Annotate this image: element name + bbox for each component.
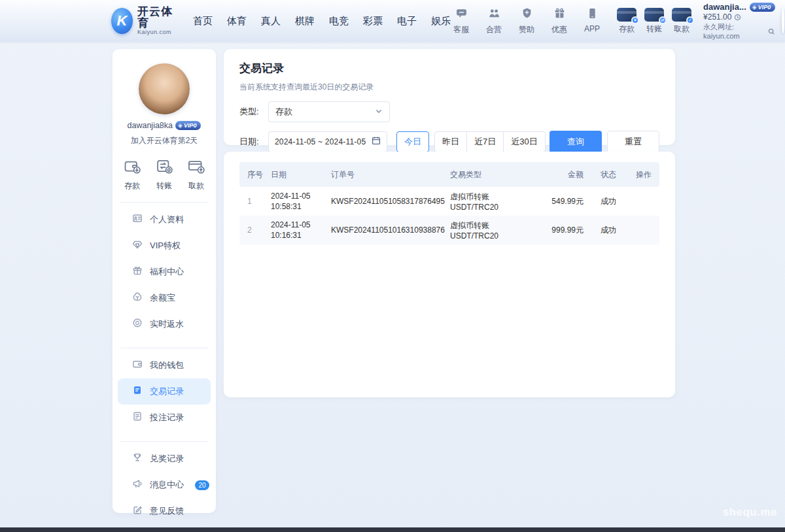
cell-amount: 999.99元	[518, 225, 584, 236]
range-segment-group: 昨日 近7日 近30日	[434, 131, 546, 152]
people-icon	[488, 7, 500, 22]
transfer-card-icon: ⇄	[644, 8, 664, 22]
page: K 开云体育 Kaiyun.com 首页 体育 真人 棋牌 电竞 彩票 电子 娱…	[0, 0, 785, 532]
user-info-block[interactable]: dawanjia... ◈VIP0 ¥251.00 永久网址: kaiyun.c…	[703, 2, 775, 40]
transfer-button[interactable]: ⇄ 转账	[644, 8, 664, 35]
sponsor-label: 赞助	[519, 24, 534, 35]
withdraw-card-icon: ✓	[672, 8, 691, 22]
sidebar-withdraw-button[interactable]: 取款	[187, 157, 205, 191]
menu-item-feedback[interactable]: 意见反馈	[118, 498, 211, 524]
header-type: 交易类型	[450, 169, 518, 180]
logo-subtitle: Kaiyun.com	[137, 29, 176, 35]
sidebar-deposit-label: 存款	[124, 180, 140, 191]
navbar-quick-icons: 客服 合营 赞助 优惠 APP	[451, 7, 602, 35]
user-avatar[interactable]	[782, 8, 784, 33]
menu-item-welfare[interactable]: 福利中心	[118, 259, 211, 285]
menu-item-prize-records[interactable]: 兑奖记录	[118, 446, 211, 472]
cell-type: 虚拟币转账USDT/TRC20	[450, 191, 518, 212]
menu-item-transactions[interactable]: 交易记录	[118, 378, 211, 405]
deposit-button[interactable]: ¥ 存款	[617, 8, 637, 35]
sidebar-transfer-button[interactable]: 转账	[155, 157, 173, 191]
trophy-icon	[132, 452, 143, 465]
transaction-record-icon	[132, 385, 143, 398]
search-button[interactable]: 查询	[550, 131, 602, 153]
range-yesterday-button[interactable]: 昨日	[434, 131, 467, 152]
header-order-no: 订单号	[331, 169, 450, 180]
shield-icon	[521, 7, 533, 22]
menu-item-messages[interactable]: 消息中心 20	[118, 472, 211, 498]
phone-icon	[586, 7, 599, 22]
withdraw-button[interactable]: ✓ 取款	[672, 8, 691, 35]
menu-item-yuebao[interactable]: 余额宝	[118, 285, 211, 311]
menu-item-profile[interactable]: 个人资料	[118, 207, 211, 233]
refresh-balance-icon[interactable]	[734, 12, 741, 22]
menu-label: 交易记录	[150, 386, 184, 397]
transaction-table-panel: 序号 日期 订单号 交易类型 金额 状态 操作 1 2024-11-0510:5…	[224, 152, 675, 397]
range-30days-button[interactable]: 近30日	[503, 131, 545, 152]
money-bag-icon	[132, 291, 143, 305]
range-today-button[interactable]: 今日	[396, 131, 429, 152]
sidebar-username: dawanjia8ka	[128, 121, 173, 130]
promotions-button[interactable]: 优惠	[549, 7, 570, 35]
search-icon[interactable]	[768, 27, 775, 35]
cell-status: 成功	[584, 225, 627, 236]
cell-type: 虚拟币转账USDT/TRC20	[450, 220, 518, 241]
nav-link-entertainment[interactable]: 娱乐	[431, 15, 451, 27]
unread-count-badge: 20	[195, 480, 209, 490]
sidebar-menu-group-2: 我的钱包 交易记录 投注记录	[113, 352, 216, 431]
gift-icon	[553, 7, 566, 22]
partnership-button[interactable]: 合营	[483, 7, 504, 35]
nav-link-cards[interactable]: 棋牌	[295, 15, 315, 27]
menu-item-bet-records[interactable]: 投注记录	[118, 405, 211, 431]
logo[interactable]: K 开云体育 Kaiyun.com	[111, 6, 176, 35]
nav-link-esports[interactable]: 电竞	[329, 15, 349, 27]
customer-service-button[interactable]: 客服	[451, 7, 472, 35]
vip-badge: ◈VIP0	[750, 3, 775, 12]
deposit-label: 存款	[619, 24, 635, 35]
divider	[120, 202, 208, 203]
calendar-icon	[372, 136, 381, 148]
diamond-icon	[132, 239, 143, 252]
nav-link-sports[interactable]: 体育	[227, 15, 247, 27]
bottom-bar	[0, 527, 785, 532]
site-watermark: shequ.me	[723, 506, 777, 519]
nav-link-live[interactable]: 真人	[261, 15, 281, 27]
menu-item-vip[interactable]: VIP特权	[118, 233, 211, 259]
range-7days-button[interactable]: 近7日	[466, 131, 504, 152]
menu-label: 兑奖记录	[150, 453, 184, 465]
sidebar-quick-actions: 存款 转账 取款	[113, 157, 216, 191]
wallet-icon	[132, 359, 143, 372]
table-row: 1 2024-11-0510:58:31 KWSF202411051058317…	[239, 187, 659, 216]
navbar-wallet-shortcuts: ¥ 存款 ⇄ 转账 ✓ 取款	[617, 8, 691, 35]
cell-index: 2	[247, 225, 271, 235]
cell-date: 2024-11-0510:58:31	[271, 191, 331, 212]
logo-title: 开云体育	[137, 6, 176, 29]
sidebar-avatar[interactable]	[139, 63, 190, 114]
type-select-value: 存款	[275, 106, 292, 118]
megaphone-icon	[132, 478, 143, 491]
promotions-label: 优惠	[551, 24, 567, 35]
sidebar-menu-group-3: 兑奖记录 消息中心 20 意见反馈 帮助中心	[113, 446, 216, 532]
sponsor-button[interactable]: 赞助	[516, 7, 537, 35]
page-title: 交易记录	[239, 61, 659, 76]
menu-label: 意见反馈	[150, 505, 184, 517]
feedback-pen-icon	[132, 505, 143, 518]
transfer-label: 转账	[646, 24, 662, 35]
sidebar-withdraw-label: 取款	[188, 180, 204, 191]
nav-link-lottery[interactable]: 彩票	[363, 15, 383, 27]
nav-link-slots[interactable]: 电子	[397, 15, 417, 27]
date-range-input[interactable]: 2024-11-05 ~ 2024-11-05	[268, 131, 387, 152]
menu-item-rebate[interactable]: 实时返水	[118, 311, 211, 337]
menu-item-wallet[interactable]: 我的钱包	[118, 352, 211, 378]
type-select[interactable]: 存款	[268, 101, 390, 122]
rebate-cycle-icon	[132, 318, 143, 331]
nav-link-home[interactable]: 首页	[193, 15, 213, 27]
logo-icon: K	[111, 8, 133, 34]
divider	[120, 348, 208, 348]
cell-order-no: KWSF202411051016310938876	[331, 225, 450, 235]
transaction-filter-panel: 交易记录 当前系统支持查询最近30日的交易记录 类型: 存款 日期: 2024-…	[224, 49, 675, 145]
sidebar-deposit-button[interactable]: 存款	[123, 157, 141, 191]
app-download-button[interactable]: APP	[582, 7, 602, 35]
reset-button[interactable]: 重置	[607, 131, 659, 153]
sidebar-transfer-label: 转账	[156, 180, 172, 191]
